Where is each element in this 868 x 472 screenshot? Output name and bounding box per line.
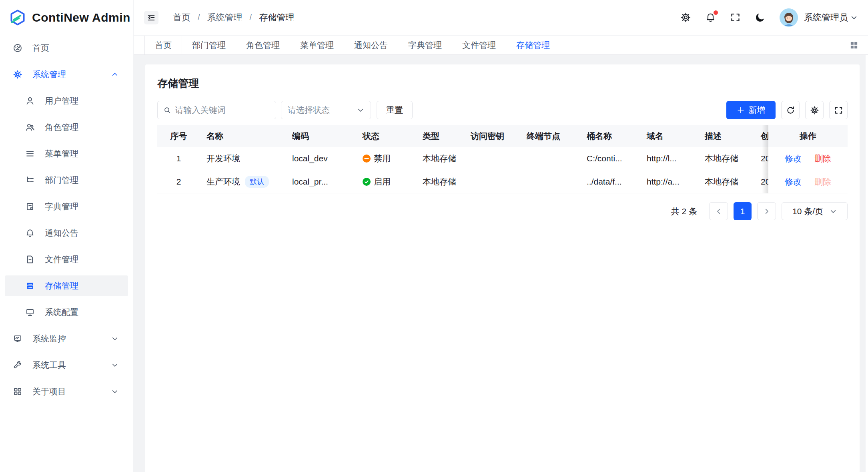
sidebar-item-about[interactable]: 关于项目 <box>5 381 128 402</box>
tab-menu[interactable]: 菜单管理 <box>290 36 344 54</box>
tab-label: 字典管理 <box>408 40 442 51</box>
fullscreen-icon[interactable] <box>730 12 741 23</box>
tree-icon <box>25 175 35 185</box>
sidebar-item-tools[interactable]: 系统工具 <box>5 355 128 376</box>
keyword-search[interactable] <box>157 101 276 119</box>
chevron-down-icon <box>111 335 118 342</box>
tab-label: 角色管理 <box>246 40 280 51</box>
column-settings-button[interactable] <box>805 101 824 119</box>
menu-fold-icon <box>147 13 156 22</box>
tab-dict[interactable]: 字典管理 <box>398 36 452 54</box>
page-size-select[interactable]: 10 条/页 <box>782 202 848 220</box>
tab-notice[interactable]: 通知公告 <box>344 36 398 54</box>
tab-file[interactable]: 文件管理 <box>452 36 506 54</box>
tab-actions-button[interactable] <box>849 36 868 54</box>
chevron-down-icon[interactable] <box>850 14 858 21</box>
user-icon <box>25 96 35 106</box>
search-input[interactable] <box>175 105 270 115</box>
pagination: 共 2 条 1 10 条/页 <box>157 202 848 220</box>
cell-actions: 修改 删除 <box>768 176 848 187</box>
storage-card: 存储管理 请选择状态 重置 新增 <box>145 64 860 472</box>
sidebar-item-label: 字典管理 <box>45 201 78 212</box>
tab-label: 首页 <box>155 40 172 51</box>
add-button[interactable]: 新增 <box>726 101 776 119</box>
storage-icon <box>25 281 35 291</box>
plus-icon <box>737 106 745 114</box>
sidebar-item-storage[interactable]: 存储管理 <box>5 275 128 296</box>
storage-name: 开发环境 <box>206 153 240 164</box>
sidebar-item-system[interactable]: 系统管理 <box>5 64 128 85</box>
sidebar-item-menu[interactable]: 菜单管理 <box>5 143 128 164</box>
chevron-down-icon <box>111 362 118 369</box>
col-header-code: 编码 <box>286 131 356 142</box>
table-row: 2 生产环境 默认 local_pr... 启用 本地存储 ../data/f.… <box>157 170 848 193</box>
sidebar-item-dept[interactable]: 部门管理 <box>5 170 128 191</box>
col-header-endpoint: 终端节点 <box>520 131 580 142</box>
monitor-icon <box>25 307 35 317</box>
sidebar-item-config[interactable]: 系统配置 <box>5 302 128 323</box>
gear-icon <box>13 70 22 79</box>
table-header-row: 序号 名称 编码 状态 类型 访问密钥 终端节点 桶名称 域名 描述 创建时间 … <box>157 125 848 147</box>
delete-link-disabled: 删除 <box>814 176 831 187</box>
users-icon <box>25 123 35 132</box>
col-header-created: 创建时间 <box>758 131 768 142</box>
avatar-image <box>780 8 798 27</box>
sidebar-item-file[interactable]: 文件管理 <box>5 249 128 270</box>
sidebar-item-monitor[interactable]: 系统监控 <box>5 328 128 349</box>
edit-link[interactable]: 修改 <box>785 176 802 187</box>
tab-label: 通知公告 <box>354 40 388 51</box>
dictionary-icon <box>25 202 35 211</box>
cell-index: 1 <box>157 154 200 163</box>
breadcrumb: 首页 / 系统管理 / 存储管理 <box>173 12 294 24</box>
reset-button[interactable]: 重置 <box>377 101 413 119</box>
pagination-total: 共 2 条 <box>671 206 697 217</box>
current-user-name[interactable]: 系统管理员 <box>804 12 848 24</box>
breadcrumb-separator: / <box>198 13 200 22</box>
table-fullscreen-button[interactable] <box>829 101 848 119</box>
cell-bucket: C:/conti... <box>580 154 640 163</box>
cell-name: 生产环境 默认 <box>200 176 286 188</box>
default-badge: 默认 <box>245 176 269 188</box>
tab-role[interactable]: 角色管理 <box>236 36 290 54</box>
sidebar-item-user[interactable]: 用户管理 <box>5 90 128 111</box>
tabbar: 首页 部门管理 角色管理 菜单管理 通知公告 字典管理 文件管理 存储管理 <box>134 36 868 55</box>
sidebar-item-home[interactable]: 首页 <box>5 38 128 58</box>
prev-page-button[interactable] <box>709 202 728 220</box>
sidebar-item-notice[interactable]: 通知公告 <box>5 223 128 243</box>
app-logo-row[interactable]: ContiNew Admin <box>0 0 133 35</box>
sidebar-item-label: 菜单管理 <box>45 148 78 159</box>
scrollbar-track[interactable] <box>866 55 868 472</box>
breadcrumb-home[interactable]: 首页 <box>173 12 190 24</box>
sidebar-collapse-button[interactable] <box>144 11 158 24</box>
storage-name: 生产环境 <box>206 176 240 187</box>
tab-dept[interactable]: 部门管理 <box>182 36 236 54</box>
edit-link[interactable]: 修改 <box>785 153 802 164</box>
notifications-button[interactable] <box>705 12 716 23</box>
cell-code: local_dev <box>286 154 356 163</box>
sidebar-item-label: 部门管理 <box>45 175 78 186</box>
cell-code: local_pr... <box>286 177 356 187</box>
breadcrumb-section[interactable]: 系统管理 <box>207 12 243 24</box>
cell-created: 20 <box>758 154 768 163</box>
status-select[interactable]: 请选择状态 <box>281 101 371 119</box>
page-1-button[interactable]: 1 <box>734 202 752 220</box>
chevron-down-icon <box>357 106 364 114</box>
delete-link[interactable]: 删除 <box>814 153 831 164</box>
tab-storage[interactable]: 存储管理 <box>506 36 560 54</box>
avatar[interactable] <box>780 8 798 27</box>
col-header-domain: 域名 <box>640 131 698 142</box>
next-page-button[interactable] <box>757 202 776 220</box>
cell-type: 本地存储 <box>416 176 464 187</box>
sidebar-item-role[interactable]: 角色管理 <box>5 117 128 138</box>
tab-label: 菜单管理 <box>300 40 334 51</box>
refresh-button[interactable] <box>781 101 800 119</box>
col-header-status: 状态 <box>356 131 416 142</box>
col-header-op: 操作 <box>768 131 848 142</box>
status-enabled-icon <box>363 178 371 186</box>
chevron-up-icon <box>111 71 118 78</box>
sidebar-item-dict[interactable]: 字典管理 <box>5 196 128 217</box>
dark-mode-icon[interactable] <box>755 12 766 23</box>
storage-table: 序号 名称 编码 状态 类型 访问密钥 终端节点 桶名称 域名 描述 创建时间 … <box>157 125 848 193</box>
tab-home[interactable]: 首页 <box>144 36 182 54</box>
settings-icon[interactable] <box>680 12 691 23</box>
